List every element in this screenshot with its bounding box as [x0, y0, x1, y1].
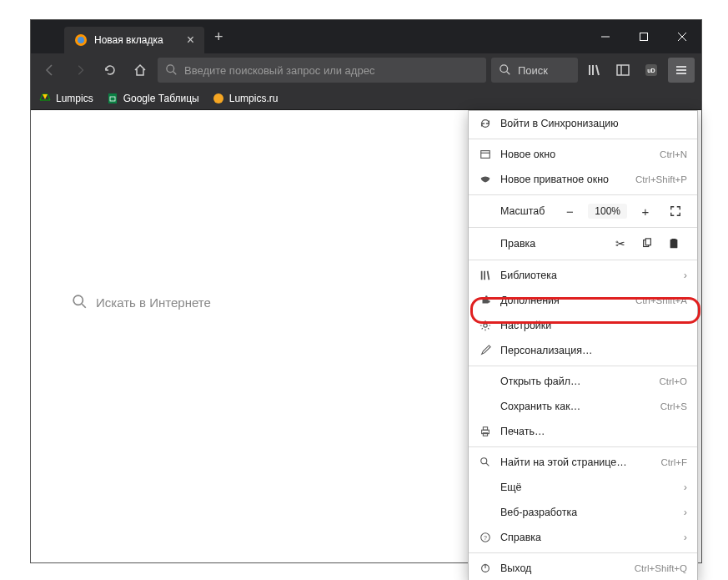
svg-point-36	[484, 324, 487, 327]
menu-customize[interactable]: Персонализация…	[469, 338, 697, 363]
separator	[469, 446, 697, 447]
search-bar[interactable]: Поиск	[491, 58, 578, 83]
search-icon	[479, 456, 492, 468]
chevron-right-icon: ›	[684, 482, 687, 493]
print-icon	[479, 426, 492, 437]
svg-rect-13	[617, 65, 629, 75]
menu-label: Выход	[500, 562, 626, 574]
menu-settings[interactable]: Настройки	[469, 313, 697, 338]
copy-button[interactable]	[634, 238, 660, 250]
sidebar-icon[interactable]	[611, 58, 635, 82]
menu-find[interactable]: Найти на этой странице… Ctrl+F	[469, 450, 697, 475]
app-menu-button[interactable]	[668, 58, 695, 83]
menu-print[interactable]: Печать…	[469, 419, 697, 444]
menu-help[interactable]: ? Справка ›	[469, 525, 697, 550]
menu-label: Сохранить как…	[500, 401, 652, 412]
url-bar[interactable]: Введите поисковый запрос или адрес	[158, 58, 486, 83]
search-icon	[166, 64, 178, 76]
menu-save-as[interactable]: Сохранить как… Ctrl+S	[469, 394, 697, 419]
zoom-label: Масштаб	[479, 205, 551, 217]
bookmark-item[interactable]: Lumpics	[39, 93, 93, 104]
paste-button[interactable]	[660, 238, 687, 250]
maximize-button[interactable]	[625, 20, 663, 53]
separator	[469, 227, 697, 228]
globe-icon	[213, 93, 224, 104]
svg-rect-30	[645, 239, 650, 245]
library-icon[interactable]	[583, 58, 606, 82]
chevron-right-icon: ›	[684, 507, 687, 518]
sheets-icon	[107, 93, 118, 104]
menu-new-window[interactable]: Новое окно Ctrl+N	[469, 142, 697, 167]
svg-point-25	[73, 295, 83, 305]
toolbar: Введите поисковый запрос или адрес Поиск…	[31, 53, 701, 87]
menu-label: Веб-разработка	[500, 507, 675, 518]
forward-button[interactable]	[68, 58, 93, 83]
menu-label: Ещё	[500, 482, 675, 493]
menu-webdev[interactable]: Веб-разработка ›	[469, 500, 697, 525]
svg-line-7	[173, 72, 177, 75]
menu-new-private[interactable]: Новое приватное окно Ctrl+Shift+P	[469, 167, 697, 192]
firefox-icon	[74, 33, 88, 47]
home-button[interactable]	[128, 58, 153, 83]
active-tab[interactable]: Новая вкладка ×	[64, 27, 204, 53]
cut-button[interactable]: ✂	[607, 237, 634, 250]
zoom-out-button[interactable]: −	[558, 201, 581, 221]
menu-label: Войти в Синхронизацию	[500, 118, 687, 129]
separator	[469, 139, 697, 139]
edit-label: Правка	[479, 238, 607, 250]
tab-close-icon[interactable]: ×	[187, 33, 194, 48]
mask-icon	[479, 174, 492, 185]
search-icon	[73, 295, 88, 310]
menu-label: Персонализация…	[500, 345, 687, 356]
separator	[469, 194, 697, 195]
ublock-icon[interactable]: uD	[640, 58, 663, 82]
svg-line-12	[596, 65, 599, 75]
bookmarks-bar: Lumpics Google Таблицы Lumpics.ru	[31, 87, 701, 110]
new-tab-button[interactable]: +	[214, 28, 223, 46]
window-controls	[586, 20, 701, 53]
svg-point-1	[78, 37, 84, 43]
svg-rect-38	[483, 427, 487, 431]
svg-point-24	[213, 93, 223, 103]
shortcut: Ctrl+N	[660, 149, 687, 159]
puzzle-icon	[479, 295, 492, 306]
menu-sync[interactable]: Войти в Синхронизацию	[469, 111, 697, 136]
help-icon: ?	[479, 532, 492, 543]
newtab-search[interactable]: Искать в Интернете	[73, 285, 439, 319]
svg-line-35	[488, 271, 490, 280]
menu-open-file[interactable]: Открыть файл… Ctrl+O	[469, 369, 697, 394]
menu-label: Настройки	[500, 320, 687, 331]
reload-button[interactable]	[98, 58, 123, 83]
url-placeholder: Введите поисковый запрос или адрес	[184, 64, 374, 77]
app-menu: Войти в Синхронизацию Новое окно Ctrl+N …	[468, 110, 698, 580]
back-button[interactable]	[38, 58, 63, 83]
menu-label: Библиотека	[500, 270, 675, 281]
bookmark-label: Google Таблицы	[123, 93, 199, 104]
svg-rect-32	[671, 239, 675, 241]
svg-point-6	[167, 65, 174, 73]
menu-label: Печать…	[500, 426, 687, 437]
bookmark-item[interactable]: Lumpics.ru	[213, 93, 279, 104]
zoom-value[interactable]: 100%	[588, 204, 627, 219]
browser-window: Новая вкладка × + Введите поисковый запр…	[30, 19, 702, 563]
search-placeholder: Искать в Интернете	[96, 295, 211, 310]
separator	[469, 260, 697, 260]
search-placeholder: Поиск	[518, 64, 548, 77]
shortcut: Ctrl+Shift+Q	[635, 563, 687, 573]
power-icon	[479, 562, 492, 574]
shortcut: Ctrl+Shift+P	[635, 174, 687, 184]
shortcut: Ctrl+S	[660, 401, 687, 411]
zoom-in-button[interactable]: +	[634, 201, 657, 221]
menu-addons[interactable]: Дополнения Ctrl+Shift+A	[469, 288, 697, 313]
fullscreen-button[interactable]	[664, 201, 687, 221]
menu-label: Найти на этой странице…	[500, 456, 652, 468]
close-button[interactable]	[663, 20, 701, 53]
separator	[469, 552, 697, 553]
menu-more[interactable]: Ещё ›	[469, 475, 697, 500]
minimize-button[interactable]	[586, 20, 625, 53]
menu-library[interactable]: Библиотека ›	[469, 263, 697, 288]
svg-rect-22	[108, 93, 117, 103]
shortcut: Ctrl+O	[659, 376, 687, 386]
menu-exit[interactable]: Выход Ctrl+Shift+Q	[469, 556, 697, 580]
bookmark-item[interactable]: Google Таблицы	[107, 93, 199, 104]
